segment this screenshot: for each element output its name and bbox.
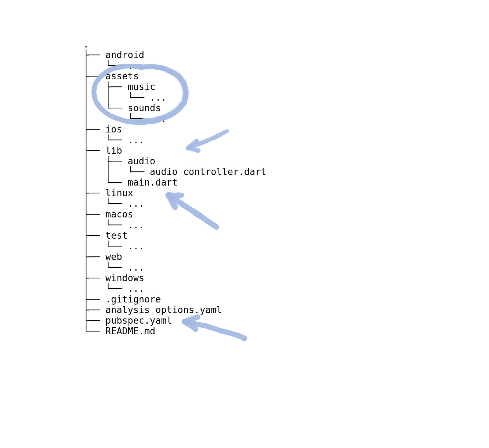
tree-line: ├── ios [83, 124, 122, 135]
tree-line: │ ├── audio [83, 156, 156, 166]
tree-line: └── README.md [83, 326, 156, 336]
tree-line: │ │ └── ... [83, 92, 167, 103]
tree-line: ├── assets [83, 71, 139, 81]
tree-line: │ └── sounds [83, 103, 161, 113]
tree-line: │ └── ... [83, 241, 144, 251]
tree-line: │ └── main.dart [83, 177, 178, 188]
tree-line: │ └── ... [83, 113, 167, 124]
tree-line: │ └── ... [83, 135, 144, 145]
tree-line: ├── .gitignore [83, 294, 161, 305]
tree-line: ├── analysis_options.yaml [83, 305, 222, 315]
tree-line: │ ├── music [83, 81, 156, 92]
tree-line: ├── web [83, 251, 122, 262]
tree-line: ├── macos [83, 209, 133, 220]
tree-line: │ └── ... [83, 220, 144, 230]
tree-line: │ └── ... [83, 283, 144, 294]
directory-tree: . ├── android │ └── ... ├── assets │ ├──… [83, 39, 266, 336]
tree-line: ├── lib [83, 145, 122, 156]
tree-line: ├── pubspec.yaml [83, 315, 172, 326]
tree-line: │ └── ... [83, 60, 144, 71]
tree-line: │ └── ... [83, 198, 144, 209]
tree-line: ├── windows [83, 273, 144, 283]
tree-line: ├── linux [83, 188, 133, 198]
tree-line: │ └── ... [83, 262, 144, 273]
tree-line: ├── android [83, 50, 144, 60]
tree-line: │ │ └── audio_controller.dart [83, 166, 266, 177]
tree-line: . [83, 39, 89, 50]
tree-line: ├── test [83, 230, 128, 241]
